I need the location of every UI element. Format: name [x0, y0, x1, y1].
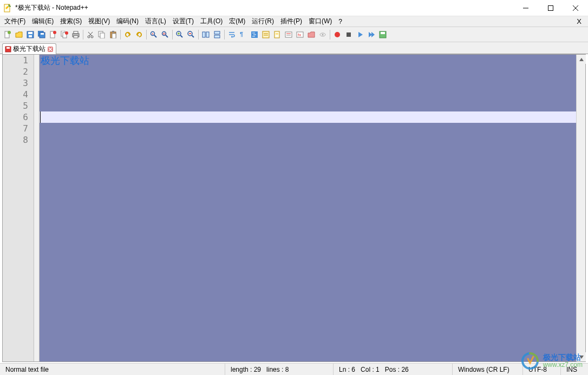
show-all-icon[interactable]: ¶ [238, 29, 249, 40]
menu-language[interactable]: 语言(L) [142, 16, 169, 27]
svg-rect-9 [29, 35, 32, 37]
doc-map-icon[interactable] [272, 29, 283, 40]
svg-line-31 [154, 35, 156, 37]
menu-edit[interactable]: 编辑(E) [29, 16, 57, 27]
svg-point-6 [8, 31, 11, 34]
word-wrap-icon[interactable] [226, 29, 237, 40]
func-list-icon[interactable]: fx [295, 29, 305, 40]
menu-settings[interactable]: 设置(T) [169, 16, 197, 27]
menubar-close-x[interactable]: X [571, 17, 587, 25]
close-all-icon[interactable] [59, 29, 70, 40]
tabbar: 极光下载站 [0, 42, 588, 54]
status-length: length : 29 [231, 366, 261, 373]
svg-rect-44 [206, 32, 209, 37]
folder-icon[interactable] [306, 29, 317, 40]
menu-window[interactable]: 窗口(W) [305, 16, 335, 27]
menu-encoding[interactable]: 编码(N) [113, 16, 142, 27]
status-ln: Ln : 6 [339, 366, 355, 373]
text-line[interactable] [40, 111, 576, 123]
menu-plugins[interactable]: 插件(P) [277, 16, 305, 27]
text-line[interactable]: 极光下载站 [40, 55, 576, 66]
line-number: 8 [3, 134, 28, 146]
menu-run[interactable]: 运行(R) [249, 16, 277, 27]
svg-point-14 [53, 31, 56, 34]
svg-rect-8 [28, 32, 32, 34]
text-line[interactable] [40, 77, 576, 89]
play-icon[interactable] [355, 29, 365, 40]
print-icon[interactable] [70, 29, 81, 40]
scroll-down-icon[interactable] [577, 352, 586, 361]
editor-tab[interactable]: 极光下载站 [2, 43, 56, 54]
line-number-gutter: 12345678 [3, 55, 34, 361]
svg-rect-18 [74, 31, 78, 34]
toolbar-separator [198, 30, 199, 40]
text-line[interactable] [40, 100, 576, 111]
stop-icon[interactable] [343, 29, 354, 40]
doc-list-icon[interactable] [283, 29, 294, 40]
save-icon[interactable] [25, 29, 36, 40]
unsaved-file-icon [5, 46, 11, 52]
new-file-icon[interactable] [2, 29, 13, 40]
svg-text:a: a [152, 32, 154, 35]
close-file-icon[interactable] [48, 29, 58, 40]
svg-line-37 [180, 35, 182, 37]
zoom-out-icon[interactable] [186, 29, 197, 40]
find-icon[interactable]: a [148, 29, 159, 40]
tab-close-icon[interactable] [47, 46, 54, 52]
user-lang-icon[interactable] [260, 29, 271, 40]
toolbar-separator [83, 30, 83, 40]
menu-macro[interactable]: 宏(M) [226, 16, 249, 27]
svg-rect-20 [74, 36, 78, 38]
sync-v-icon[interactable] [200, 29, 211, 40]
menu-file[interactable]: 文件(F) [1, 16, 29, 27]
play-multi-icon[interactable] [366, 29, 377, 40]
text-content: 极光下载站 [41, 55, 89, 66]
text-line[interactable] [40, 134, 576, 146]
svg-point-64 [322, 34, 324, 35]
replace-icon[interactable]: ab [160, 29, 171, 40]
status-eol: Windows (CR LF) [453, 364, 523, 375]
text-line[interactable] [40, 66, 576, 77]
menu-tools[interactable]: 工具(O) [197, 16, 226, 27]
record-icon[interactable] [332, 29, 343, 40]
svg-rect-70 [6, 47, 10, 49]
copy-icon[interactable] [96, 29, 107, 40]
monitor-icon[interactable] [317, 29, 328, 40]
svg-text:ab: ab [163, 32, 166, 35]
paste-icon[interactable] [108, 29, 119, 40]
svg-line-34 [166, 35, 168, 37]
titlebar: *极光下载站 - Notepad++ [0, 0, 588, 16]
redo-icon[interactable] [134, 29, 145, 40]
svg-rect-57 [276, 33, 278, 35]
minimize-button[interactable] [513, 0, 538, 16]
line-number: 1 [3, 55, 28, 66]
toolbar-separator [120, 30, 121, 40]
menubar: 文件(F) 编辑(E) 搜索(S) 视图(V) 编码(N) 语言(L) 设置(T… [0, 16, 588, 27]
undo-icon[interactable] [122, 29, 133, 40]
open-file-icon[interactable] [14, 29, 24, 40]
text-line[interactable] [40, 123, 576, 134]
text-line[interactable] [40, 89, 576, 100]
save-all-icon[interactable] [36, 29, 47, 40]
close-button[interactable] [563, 0, 588, 16]
toolbar: a ab ¶ fx [0, 27, 588, 42]
vertical-scrollbar[interactable] [576, 55, 585, 361]
editor-text-area[interactable]: 极光下载站 [40, 55, 576, 361]
cut-icon[interactable] [85, 29, 96, 40]
menu-search[interactable]: 搜索(S) [57, 16, 85, 27]
app-icon [3, 4, 12, 12]
indent-guide-icon[interactable] [249, 29, 260, 40]
scroll-up-icon[interactable] [577, 55, 586, 64]
window-title: *极光下载站 - Notepad++ [15, 3, 513, 12]
menu-help[interactable]: ? [335, 17, 345, 27]
maximize-button[interactable] [538, 0, 563, 16]
line-number: 2 [3, 66, 28, 77]
status-col: Col : 1 [361, 366, 380, 373]
menu-view[interactable]: 视图(V) [85, 16, 113, 27]
save-macro-icon[interactable] [377, 29, 388, 40]
svg-rect-29 [112, 34, 116, 38]
svg-point-65 [335, 32, 340, 37]
sync-h-icon[interactable] [212, 29, 223, 40]
line-number: 3 [3, 77, 28, 89]
zoom-in-icon[interactable] [174, 29, 185, 40]
